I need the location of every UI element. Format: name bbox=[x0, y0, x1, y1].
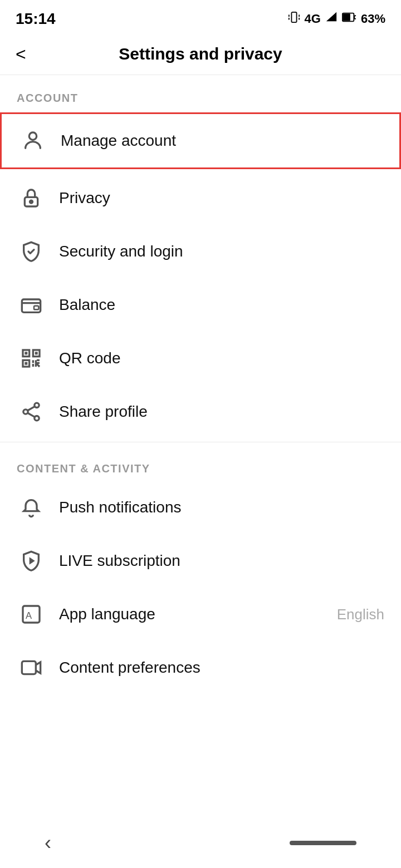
svg-point-32 bbox=[35, 416, 39, 421]
share-icon bbox=[17, 397, 46, 426]
account-section-label: ACCOUNT bbox=[0, 75, 401, 110]
language-icon: A bbox=[17, 600, 46, 629]
live-subscription-item[interactable]: LIVE subscription bbox=[0, 534, 401, 588]
svg-line-33 bbox=[28, 407, 35, 411]
balance-label: Balance bbox=[59, 296, 384, 314]
qr-code-item[interactable]: QR code bbox=[0, 332, 401, 385]
push-notifications-label: Push notifications bbox=[59, 499, 384, 516]
svg-text:A: A bbox=[26, 610, 32, 621]
account-section: ACCOUNT Manage account Privacy Security … bbox=[0, 75, 401, 438]
manage-account-item[interactable]: Manage account bbox=[0, 112, 401, 169]
app-language-item[interactable]: A App language English bbox=[0, 588, 401, 641]
page-header: < Settings and privacy bbox=[0, 33, 401, 75]
status-icons: 4G 63% bbox=[288, 11, 385, 27]
content-preferences-item[interactable]: Content preferences bbox=[0, 641, 401, 694]
network-icon bbox=[325, 11, 338, 27]
qr-icon bbox=[17, 344, 46, 373]
bell-icon bbox=[17, 493, 46, 522]
shield-check-icon bbox=[17, 237, 46, 266]
lock-icon bbox=[17, 184, 46, 213]
page-title: Settings and privacy bbox=[119, 45, 282, 63]
bottom-navigation: ‹ bbox=[0, 823, 401, 868]
svg-point-30 bbox=[35, 403, 39, 407]
signal-label: 4G bbox=[305, 12, 321, 26]
status-time: 15:14 bbox=[16, 10, 56, 28]
svg-rect-19 bbox=[25, 352, 27, 354]
svg-rect-15 bbox=[34, 306, 38, 310]
security-login-item[interactable]: Security and login bbox=[0, 225, 401, 278]
live-subscription-label: LIVE subscription bbox=[59, 552, 384, 570]
video-icon bbox=[17, 653, 46, 682]
content-preferences-label: Content preferences bbox=[59, 659, 384, 677]
svg-marker-5 bbox=[326, 12, 336, 22]
svg-rect-7 bbox=[343, 14, 350, 21]
section-divider bbox=[0, 442, 401, 442]
status-bar: 15:14 4G 63% bbox=[0, 0, 401, 33]
battery-icon bbox=[342, 11, 356, 27]
home-indicator[interactable] bbox=[290, 841, 356, 845]
svg-rect-38 bbox=[22, 661, 36, 674]
share-profile-item[interactable]: Share profile bbox=[0, 385, 401, 438]
back-button[interactable]: < bbox=[16, 44, 26, 65]
svg-point-13 bbox=[30, 200, 33, 203]
svg-point-11 bbox=[29, 132, 36, 140]
wallet-icon bbox=[17, 290, 46, 319]
live-shield-icon bbox=[17, 546, 46, 575]
privacy-item[interactable]: Privacy bbox=[0, 171, 401, 225]
qr-code-label: QR code bbox=[59, 349, 384, 367]
balance-item[interactable]: Balance bbox=[0, 278, 401, 332]
content-section-label: CONTENT & ACTIVITY bbox=[0, 446, 401, 481]
manage-account-label: Manage account bbox=[61, 132, 383, 150]
vibrate-icon bbox=[288, 11, 300, 27]
svg-rect-20 bbox=[35, 352, 38, 354]
person-icon bbox=[18, 126, 47, 155]
svg-rect-0 bbox=[291, 12, 296, 22]
app-language-value: English bbox=[337, 606, 384, 623]
nav-back-button[interactable]: ‹ bbox=[45, 831, 51, 855]
privacy-label: Privacy bbox=[59, 189, 384, 207]
svg-line-34 bbox=[28, 413, 35, 417]
app-language-label: App language bbox=[59, 605, 337, 623]
svg-marker-35 bbox=[30, 557, 35, 564]
content-activity-section: CONTENT & ACTIVITY Push notifications LI… bbox=[0, 446, 401, 694]
battery-percent: 63% bbox=[361, 12, 385, 26]
svg-point-31 bbox=[23, 410, 28, 414]
push-notifications-item[interactable]: Push notifications bbox=[0, 481, 401, 534]
share-profile-label: Share profile bbox=[59, 403, 384, 421]
svg-line-25 bbox=[37, 364, 40, 367]
security-login-label: Security and login bbox=[59, 243, 384, 260]
svg-rect-21 bbox=[25, 362, 27, 365]
